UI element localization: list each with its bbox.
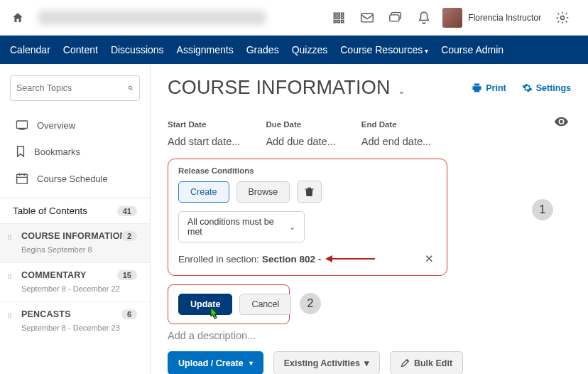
svg-rect-14 xyxy=(17,121,28,129)
bulk-edit-button[interactable]: Bulk Edit xyxy=(390,351,463,374)
home-icon[interactable] xyxy=(11,11,27,24)
cursor-icon xyxy=(207,306,221,324)
svg-rect-7 xyxy=(338,20,340,22)
search-topics[interactable] xyxy=(10,75,140,101)
end-date[interactable]: End Date Add end date... xyxy=(361,120,431,147)
conditions-select[interactable]: All conditions must be met ⌄ xyxy=(178,211,305,242)
pencil-icon xyxy=(401,358,410,368)
nav-content[interactable]: Content xyxy=(63,44,98,55)
navbar: Calendar Content Discussions Assignments… xyxy=(0,36,588,64)
trash-icon xyxy=(305,186,314,197)
toc-header[interactable]: Table of Contents 41 xyxy=(0,198,150,223)
sidebar-bookmarks[interactable]: Bookmarks xyxy=(0,138,150,165)
svg-rect-0 xyxy=(334,13,337,15)
sidebar-overview[interactable]: Overview xyxy=(0,112,150,138)
nav-calendar[interactable]: Calendar xyxy=(10,44,50,55)
nav-quizzes[interactable]: Quizzes xyxy=(292,44,328,55)
nav-grades[interactable]: Grades xyxy=(246,44,279,55)
drag-handle-icon[interactable]: ⠿ xyxy=(7,234,13,242)
svg-point-13 xyxy=(129,86,131,89)
drag-handle-icon[interactable]: ⠿ xyxy=(7,273,13,281)
nav-courseresources[interactable]: Course Resources▾ xyxy=(340,44,428,55)
module-commentary[interactable]: ⠿ COMMENTARY September 8 - December 22 1… xyxy=(0,262,150,301)
print-icon xyxy=(472,82,482,93)
svg-rect-15 xyxy=(17,174,28,183)
settings-button[interactable]: Settings xyxy=(522,82,571,93)
course-title-blurred xyxy=(38,11,266,25)
page-title[interactable]: COURSE INFORMATION⌄ xyxy=(168,77,405,99)
calendar-icon xyxy=(16,172,28,185)
due-date[interactable]: Due Date Add due date... xyxy=(266,120,335,147)
svg-rect-4 xyxy=(338,16,340,18)
browse-button[interactable]: Browse xyxy=(236,181,290,203)
nav-assignments[interactable]: Assignments xyxy=(177,44,234,55)
update-panel: Update Cancel xyxy=(168,284,290,324)
delete-button[interactable] xyxy=(297,181,322,203)
drag-handle-icon[interactable]: ⠿ xyxy=(7,312,13,320)
gear-icon[interactable] xyxy=(551,6,574,29)
avatar[interactable] xyxy=(442,8,462,28)
chevron-down-icon: ▾ xyxy=(364,358,369,368)
cancel-button[interactable]: Cancel xyxy=(239,294,291,315)
annotation-arrow-icon xyxy=(325,255,375,263)
search-icon xyxy=(128,82,134,94)
module-course-information[interactable]: ⠿ COURSE INFORMATION Begins September 8 … xyxy=(0,223,150,262)
condition-text: Enrolled in section: xyxy=(178,254,259,265)
svg-point-12 xyxy=(561,16,565,19)
search-input[interactable] xyxy=(16,83,128,93)
mail-icon[interactable] xyxy=(356,6,379,29)
overview-icon xyxy=(16,119,28,131)
settings-icon xyxy=(522,82,533,93)
chevron-down-icon: ▾ xyxy=(249,359,253,367)
create-button[interactable]: Create xyxy=(178,181,229,203)
chevron-down-icon: ⌄ xyxy=(289,223,295,232)
print-button[interactable]: Print xyxy=(472,82,506,93)
release-conditions-panel: Release Conditions Create Browse All con… xyxy=(168,159,447,276)
visibility-icon[interactable] xyxy=(555,117,568,127)
add-description[interactable]: Add a description... xyxy=(168,330,571,341)
toc-badge: 41 xyxy=(117,206,137,216)
svg-rect-5 xyxy=(342,16,344,18)
svg-rect-11 xyxy=(390,14,399,21)
apps-icon[interactable] xyxy=(327,6,350,29)
annotation-1: 1 xyxy=(532,199,553,220)
username[interactable]: Florencia Instructor xyxy=(468,13,541,23)
svg-rect-3 xyxy=(334,16,337,18)
notifications-icon[interactable] xyxy=(413,6,435,29)
messages-icon[interactable] xyxy=(384,6,407,29)
update-button[interactable]: Update xyxy=(178,294,232,315)
existing-activities-button[interactable]: Existing Activities▾ xyxy=(273,351,380,374)
module-pencasts[interactable]: ⠿ PENCASTS September 8 - December 23 6 xyxy=(0,301,150,341)
svg-rect-1 xyxy=(338,13,340,15)
svg-rect-6 xyxy=(334,20,337,22)
annotation-2: 2 xyxy=(300,293,321,314)
svg-rect-9 xyxy=(361,14,374,22)
upload-create-button[interactable]: Upload / Create▾ xyxy=(168,351,263,374)
nav-courseadmin[interactable]: Course Admin xyxy=(441,44,503,55)
svg-rect-8 xyxy=(342,20,344,22)
start-date[interactable]: Start Date Add start date... xyxy=(168,120,240,147)
bookmark-icon xyxy=(16,145,26,158)
svg-rect-2 xyxy=(342,13,344,15)
nav-discussions[interactable]: Discussions xyxy=(111,44,164,55)
chevron-down-icon[interactable]: ⌄ xyxy=(398,85,405,96)
condition-section: Section 802 - xyxy=(262,254,321,265)
remove-condition-icon[interactable]: ✕ xyxy=(422,252,437,265)
sidebar-schedule[interactable]: Course Schedule xyxy=(0,165,150,192)
